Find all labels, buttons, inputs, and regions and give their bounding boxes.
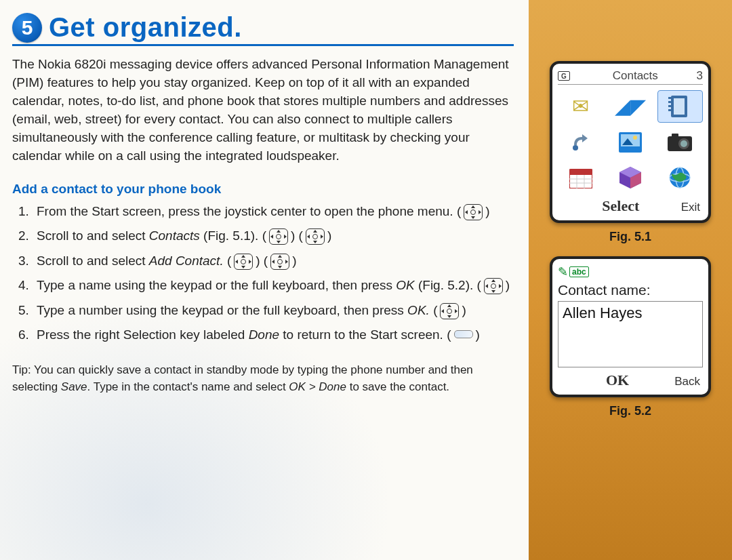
step-5: Type a number using the keypad or the fu…: [33, 301, 514, 321]
figure-sidebar: G Contacts 3 ✉ ◢◤: [529, 0, 732, 560]
svg-rect-3: [668, 101, 671, 103]
settings-icon: [558, 127, 603, 158]
signal-icon: G: [558, 71, 570, 81]
phone-screenshot-2: ✎abc Contact name: Allen Hayes OK Back: [550, 256, 711, 397]
tip-emph: OK > Done: [289, 380, 346, 393]
step-text: Press the right Selection key labeled: [37, 327, 249, 342]
chapter-header: 5 Get organized.: [12, 12, 514, 46]
step-2: Scroll to and select Contacts (Fig. 5.1)…: [33, 226, 514, 246]
phone-input-mode: ✎abc: [558, 264, 703, 279]
contact-name-field: Allen Hayes: [558, 301, 703, 367]
chapter-number-badge: 5: [12, 13, 42, 43]
step-text: (Fig. 5.1).: [200, 228, 259, 243]
svg-rect-1: [674, 98, 685, 115]
svg-rect-2: [668, 97, 671, 99]
phone-softkeys: OK Back: [558, 372, 703, 391]
joystick-icon: [270, 254, 289, 270]
svg-point-14: [680, 140, 687, 147]
phone-screen-title: Contacts: [574, 69, 697, 83]
extras-icon: [607, 162, 653, 193]
softkey-right: Back: [674, 375, 700, 388]
calendar-icon: [558, 162, 603, 193]
softkey-center: OK: [561, 372, 674, 389]
call-register-icon: ◢◤: [607, 90, 653, 121]
step-emph: Contacts: [149, 228, 200, 243]
contacts-icon: [657, 90, 703, 123]
menu-grid: ✉ ◢◤: [558, 89, 703, 197]
step-text: Type a number using the keypad or the fu…: [37, 303, 407, 317]
tip-text: . Type in the contact's name and select: [87, 380, 289, 393]
gallery-icon: [607, 127, 653, 158]
section-heading: Add a contact to your phone book: [12, 182, 514, 197]
softkey-right: Exit: [681, 201, 700, 214]
phone-softkeys: Select Exit: [558, 197, 703, 216]
steps-list: From the Start screen, press the joystic…: [33, 202, 514, 345]
step-3: Scroll to and select Add Contact. () (): [33, 252, 514, 271]
text-mode-icon: ✎abc: [558, 264, 589, 279]
camera-icon: [657, 127, 703, 158]
field-label: Contact name:: [558, 281, 703, 301]
joystick-icon: [484, 278, 503, 294]
tip-emph: Save: [61, 380, 87, 393]
joystick-icon: [440, 303, 459, 319]
svg-rect-16: [569, 169, 592, 175]
joystick-icon: [234, 254, 253, 270]
step-text: (Fig. 5.2).: [415, 278, 474, 292]
step-4: Type a name using the keypad or the full…: [33, 276, 514, 296]
chapter-title: Get organized.: [49, 12, 242, 43]
step-6: Press the right Selection key labeled Do…: [33, 325, 514, 345]
intro-paragraph: The Nokia 6820i messaging device offers …: [12, 56, 514, 165]
step-text: From the Start screen, press the joystic…: [37, 204, 453, 218]
web-icon: [657, 162, 703, 193]
selection-key-icon: [454, 330, 473, 338]
phone-status-bar: G Contacts 3: [558, 69, 703, 85]
tip-paragraph: Tip: You can quickly save a contact in s…: [12, 361, 500, 396]
step-emph: OK: [396, 278, 414, 292]
step-text: Scroll to and select: [37, 254, 149, 268]
step-emph: Add Contact.: [149, 254, 224, 268]
joystick-icon: [464, 204, 483, 220]
figure-caption-2: Fig. 5.2: [609, 404, 651, 418]
step-text: to return to the Start screen.: [279, 327, 443, 342]
figure-caption-1: Fig. 5.1: [609, 230, 651, 244]
svg-rect-4: [668, 105, 671, 107]
svg-point-6: [573, 145, 578, 151]
messages-icon: ✉: [558, 90, 603, 121]
joystick-icon: [306, 228, 325, 245]
svg-rect-12: [672, 134, 678, 138]
phone-screenshot-1: G Contacts 3 ✉ ◢◤: [550, 61, 711, 223]
svg-rect-5: [668, 109, 671, 111]
joystick-icon: [269, 228, 288, 245]
step-emph: OK.: [407, 303, 430, 317]
step-emph: Done: [249, 327, 279, 342]
step-text: Scroll to and select: [37, 228, 149, 243]
battery-level: 3: [697, 69, 703, 83]
softkey-center: Select: [561, 197, 681, 215]
svg-point-10: [633, 136, 637, 140]
tip-text: to save the contact.: [346, 380, 449, 393]
main-content: 5 Get organized. The Nokia 6820i messagi…: [0, 0, 529, 560]
step-text: Type a name using the keypad or the full…: [37, 278, 396, 292]
step-1: From the Start screen, press the joystic…: [33, 202, 514, 222]
